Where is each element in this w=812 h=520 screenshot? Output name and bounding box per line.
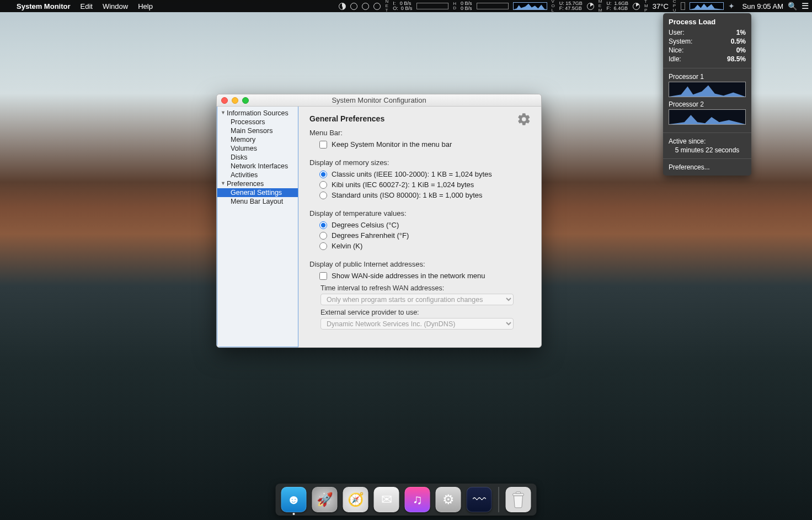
sidebar-item-menu-bar-layout[interactable]: Menu Bar Layout [217, 197, 298, 206]
hd-label: HD [453, 2, 456, 10]
sidebar-item-processors[interactable]: Processors [217, 118, 298, 126]
temp-kelvin-label: Kelvin (K) [332, 242, 362, 250]
load-system-value: 0.5% [731, 37, 746, 46]
net-label: NET [385, 0, 388, 13]
sidebar-item-memory[interactable]: Memory [217, 135, 298, 144]
provider-label: External service provider to use: [320, 309, 530, 316]
volume-gauge-icon[interactable] [587, 3, 594, 10]
load-user-label: User: [669, 28, 685, 37]
gear-icon [517, 112, 531, 128]
load-idle-value: 98.5% [727, 55, 746, 63]
temp-fahrenheit-radio[interactable] [319, 232, 327, 240]
wan-interval-select[interactable]: Only when program starts or configuratio… [320, 294, 514, 305]
sidebar-item-volumes[interactable]: Volumes [217, 144, 298, 153]
load-user-value: 1% [736, 28, 746, 37]
svg-rect-0 [513, 494, 524, 496]
sidebar-group-preferences[interactable]: ▼ Preferences [217, 179, 298, 188]
disk-io-stats[interactable]: 0 B/s 0 B/s [461, 1, 472, 11]
finder-app[interactable]: ☻ [281, 487, 307, 512]
memory-stats[interactable]: U: 1.6GB F: 6.4GB [607, 1, 629, 11]
app-menu[interactable]: System Monitor [17, 2, 71, 10]
dock: ☻🚀🧭✉♫⚙〰 [276, 484, 537, 516]
preferences-sidebar[interactable]: ▼ Information Sources Processors Main Se… [217, 107, 298, 347]
mem-units-standard-radio[interactable] [319, 192, 327, 199]
status-extra-icon[interactable]: ✦ [728, 2, 735, 10]
load-system-label: System: [669, 37, 692, 46]
net-gauge[interactable] [416, 3, 448, 9]
menu-help[interactable]: Help [138, 2, 153, 10]
menubar: System Monitor Edit Window Help NET I: 0… [0, 0, 812, 12]
trash-icon[interactable] [506, 487, 531, 512]
sidebar-item-activities[interactable]: Activities [217, 171, 298, 179]
temp-celsius-label: Degrees Celsius (°C) [332, 221, 399, 229]
svg-rect-1 [516, 492, 521, 494]
memory-size-section-label: Display of memory sizes: [309, 158, 530, 167]
public-ip-section-label: Display of public Internet addresses: [309, 260, 530, 268]
popover-title: Process Load [669, 18, 746, 26]
zoom-button[interactable] [242, 97, 249, 104]
mail-app[interactable]: ✉ [374, 487, 399, 512]
launchpad-app[interactable]: 🚀 [312, 487, 338, 512]
processor-2-label: Processor 2 [669, 100, 746, 108]
menu-window[interactable]: Window [103, 2, 128, 10]
safari-app[interactable]: 🧭 [343, 487, 368, 512]
sidebar-group-information-sources[interactable]: ▼ Information Sources [217, 109, 298, 118]
memory-gauge-icon[interactable] [633, 3, 640, 10]
clock[interactable]: Sun 9:05 AM [742, 2, 783, 10]
activity-app[interactable]: 〰 [467, 487, 492, 512]
provider-select[interactable]: Dynamic Network Services Inc. (DynDNS) [320, 318, 514, 330]
window-titlebar[interactable]: System Monitor Configuration [217, 94, 541, 107]
volume-stats[interactable]: U: 15.7GB F: 47.5GB [559, 1, 583, 11]
menuextra-gauge-4[interactable] [373, 3, 381, 10]
net-io-stats[interactable]: I: 0 B/s O: 0 B/s [393, 1, 412, 11]
activity-graph[interactable] [513, 2, 547, 10]
preferences-content: General Preferences Menu Bar: Keep Syste… [298, 107, 541, 347]
temperature-readout[interactable]: 37°C [653, 2, 669, 10]
mem-units-classic-label: Classic units (IEEE 100-2000): 1 KB = 1,… [332, 170, 492, 178]
disclosure-triangle-icon[interactable]: ▼ [221, 110, 226, 115]
load-nice-label: Nice: [669, 46, 683, 55]
cpu-bar[interactable] [681, 2, 685, 10]
process-load-popover: Process Load User:1% System:0.5% Nice:0%… [663, 13, 751, 176]
cpu-label: CPU [673, 0, 676, 13]
minimize-button[interactable] [232, 97, 238, 104]
sidebar-item-general-settings[interactable]: General Settings [217, 188, 298, 197]
keep-in-menubar-checkbox[interactable] [319, 141, 327, 148]
show-wan-label: Show WAN-side addresses in the network m… [332, 272, 485, 280]
itunes-app[interactable]: ♫ [405, 487, 430, 512]
mem-units-kibi-label: Kibi units (IEC 60027-2): 1 KiB = 1,024 … [332, 181, 474, 189]
mem-units-classic-radio[interactable] [319, 171, 327, 178]
notification-center-icon[interactable]: ☰ [802, 1, 808, 11]
temp-celsius-radio[interactable] [319, 221, 327, 229]
active-since-value: 5 minutes 22 seconds [669, 146, 746, 154]
sidebar-item-main-sensors[interactable]: Main Sensors [217, 126, 298, 135]
active-since-label: Active since: [669, 137, 746, 145]
mem-units-kibi-radio[interactable] [319, 181, 327, 189]
menuextra-gauge-3[interactable] [362, 3, 369, 10]
menu-edit[interactable]: Edit [81, 2, 93, 10]
spotlight-icon[interactable]: 🔍 [788, 2, 797, 10]
sidebar-item-disks[interactable]: Disks [217, 153, 298, 162]
window-title: System Monitor Configuration [217, 96, 541, 104]
temp-fahrenheit-label: Degrees Fahrenheit (°F) [332, 231, 409, 240]
processor-1-graph [669, 82, 746, 97]
show-wan-checkbox[interactable] [319, 272, 327, 280]
wan-interval-label: Time interval to refresh WAN addresses: [320, 284, 530, 292]
menubar-section-label: Menu Bar: [309, 129, 530, 137]
keep-in-menubar-label: Keep System Monitor in the menu bar [332, 140, 452, 148]
temp-kelvin-radio[interactable] [319, 242, 327, 250]
menuextra-gauge-2[interactable] [350, 3, 357, 10]
vol-label: VOL [552, 0, 555, 13]
menuextra-gauge-1[interactable] [339, 3, 346, 10]
cpu-history-graph[interactable] [690, 2, 724, 10]
settings-app[interactable]: ⚙ [436, 487, 461, 512]
load-nice-value: 0% [736, 46, 746, 55]
processor-2-graph [669, 109, 746, 125]
mem-units-standard-label: Standard units (ISO 80000): 1 kB = 1,000… [332, 191, 483, 199]
preferences-window: System Monitor Configuration ▼ Informati… [216, 94, 542, 348]
popover-preferences-item[interactable]: Preferences... [663, 159, 751, 176]
sidebar-item-network-interfaces[interactable]: Network Interfaces [217, 162, 298, 171]
close-button[interactable] [221, 97, 228, 104]
disk-gauge[interactable] [477, 3, 509, 9]
disclosure-triangle-icon[interactable]: ▼ [221, 181, 226, 186]
